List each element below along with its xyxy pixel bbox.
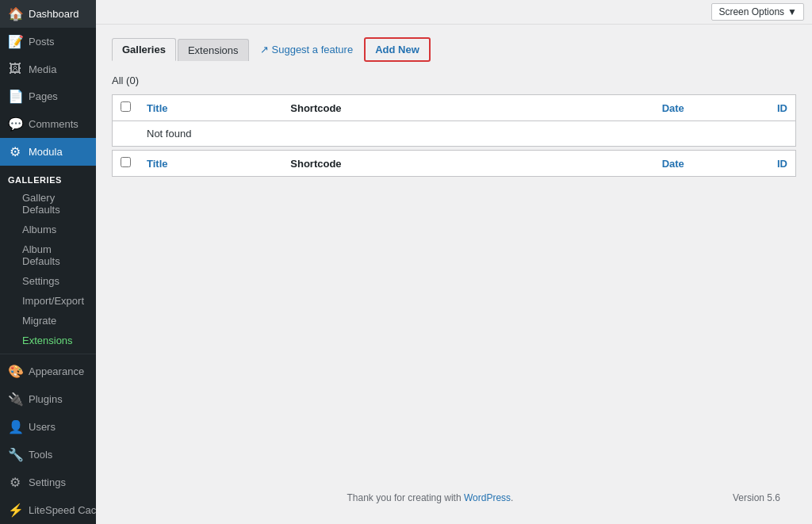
footer-version: Version 5.6 [733, 492, 780, 503]
tab-label: Galleries [122, 44, 166, 55]
galleries-table: Title Shortcode Date ID Not found [112, 94, 796, 147]
sidebar-item-label: Comments [29, 118, 79, 130]
external-link-icon: ↗ [260, 44, 269, 55]
wordpress-link[interactable]: WordPress [464, 492, 511, 503]
screen-options-label: Screen Options [718, 6, 784, 17]
sidebar-sub-album-defaults[interactable]: Album Defaults [0, 239, 96, 271]
comments-icon: 💬 [8, 117, 22, 132]
sidebar-item-comments[interactable]: 💬 Comments [0, 110, 96, 138]
users-icon: 👤 [8, 419, 22, 434]
all-count: All (0) [112, 75, 796, 86]
count-badge: (0) [126, 75, 139, 86]
tab-label: Extensions [188, 44, 239, 56]
table-cell-cb [113, 121, 140, 147]
page-content: Galleries Extensions ↗ Suggest a feature… [96, 25, 812, 524]
sidebar-item-label: Media [29, 63, 56, 75]
sidebar-item-label: Users [29, 421, 56, 433]
posts-icon: 📝 [8, 34, 22, 49]
all-label: All [112, 75, 123, 86]
table-header-checkbox [113, 95, 140, 121]
sidebar-item-litespeed[interactable]: ⚡ LiteSpeed Cache [0, 496, 96, 524]
sidebar-item-modula[interactable]: ⚙ Modula [0, 138, 96, 166]
sidebar-sub-extensions[interactable]: Extensions [0, 331, 96, 350]
sidebar: 🏠 Dashboard 📝 Posts 🖼 Media 📄 Pages 💬 Co… [0, 0, 96, 524]
tab-label: Suggest a feature [272, 44, 354, 55]
appearance-icon: 🎨 [8, 364, 22, 379]
table-header-shortcode: Shortcode [282, 95, 543, 121]
topbar: Screen Options ▼ [96, 0, 812, 25]
tab-bar: Galleries Extensions ↗ Suggest a feature… [112, 37, 796, 62]
media-icon: 🖼 [8, 62, 22, 76]
sidebar-sub-settings[interactable]: Settings [0, 271, 96, 291]
galleries-table-footer: Title Shortcode Date ID [112, 150, 796, 177]
settings-icon: ⚙ [8, 475, 22, 490]
footer-thank-you-text: Thank you for creating with [347, 492, 462, 503]
galleries-section-label: Galleries [0, 166, 96, 188]
table-footer-header-id[interactable]: ID [692, 151, 796, 177]
sidebar-item-media[interactable]: 🖼 Media [0, 55, 96, 82]
chevron-down-icon: ▼ [787, 6, 797, 17]
table-footer-header-row: Title Shortcode Date ID [113, 151, 796, 177]
sidebar-sub-migrate[interactable]: Migrate [0, 311, 96, 331]
main-content: Screen Options ▼ Galleries Extensions ↗ … [96, 0, 812, 524]
table-header-row: Title Shortcode Date ID [113, 95, 796, 121]
tools-icon: 🔧 [8, 447, 22, 462]
sidebar-item-tools[interactable]: 🔧 Tools [0, 441, 96, 469]
sidebar-item-label: Modula [29, 146, 63, 158]
tab-extensions[interactable]: Extensions [178, 39, 249, 61]
sidebar-sub-gallery-defaults[interactable]: Gallery Defaults [0, 188, 96, 220]
sidebar-item-pages[interactable]: 📄 Pages [0, 82, 96, 110]
sidebar-item-plugins[interactable]: 🔌 Plugins [0, 385, 96, 413]
table-footer-header-shortcode: Shortcode [282, 151, 543, 177]
sidebar-sub-import-export[interactable]: Import/Export [0, 291, 96, 311]
table-footer-header-title[interactable]: Title [139, 151, 282, 177]
dashboard-icon: 🏠 [8, 6, 22, 21]
sidebar-item-label: Pages [29, 90, 58, 102]
sidebar-item-posts[interactable]: 📝 Posts [0, 28, 96, 55]
sidebar-item-dashboard[interactable]: 🏠 Dashboard [0, 0, 96, 28]
pages-icon: 📄 [8, 89, 22, 104]
select-all-checkbox-bottom[interactable] [121, 157, 131, 167]
sidebar-item-label: Settings [29, 476, 66, 488]
tab-galleries[interactable]: Galleries [112, 38, 176, 61]
sidebar-item-label: Tools [29, 449, 52, 461]
screen-options-button[interactable]: Screen Options ▼ [711, 3, 804, 21]
sidebar-item-users[interactable]: 👤 Users [0, 413, 96, 441]
sidebar-sub-albums[interactable]: Albums [0, 220, 96, 239]
sidebar-item-appearance[interactable]: 🎨 Appearance [0, 358, 96, 385]
table-row-not-found: Not found [113, 121, 796, 147]
footer-bar: Thank you for creating with WordPress. V… [112, 484, 796, 511]
modula-icon: ⚙ [8, 144, 22, 159]
table-header-title[interactable]: Title [139, 95, 282, 121]
table-footer-header-date[interactable]: Date [543, 151, 692, 177]
table-header-id[interactable]: ID [692, 95, 796, 121]
select-all-checkbox[interactable] [121, 101, 131, 112]
litespeed-icon: ⚡ [8, 503, 22, 518]
table-footer-header-checkbox [113, 151, 140, 177]
tab-suggest[interactable]: ↗ Suggest a feature [251, 39, 363, 60]
sidebar-item-settings[interactable]: ⚙ Settings [0, 469, 96, 496]
table-cell-not-found: Not found [139, 121, 796, 147]
tab-label: Add New [375, 44, 419, 55]
plugins-icon: 🔌 [8, 392, 22, 407]
sidebar-item-label: Posts [29, 36, 55, 48]
sidebar-item-label: Dashboard [29, 8, 79, 20]
tab-add-new[interactable]: Add New [364, 37, 431, 62]
sidebar-item-label: Plugins [29, 393, 63, 405]
sidebar-item-label: Appearance [29, 365, 84, 377]
table-header-date[interactable]: Date [543, 95, 692, 121]
